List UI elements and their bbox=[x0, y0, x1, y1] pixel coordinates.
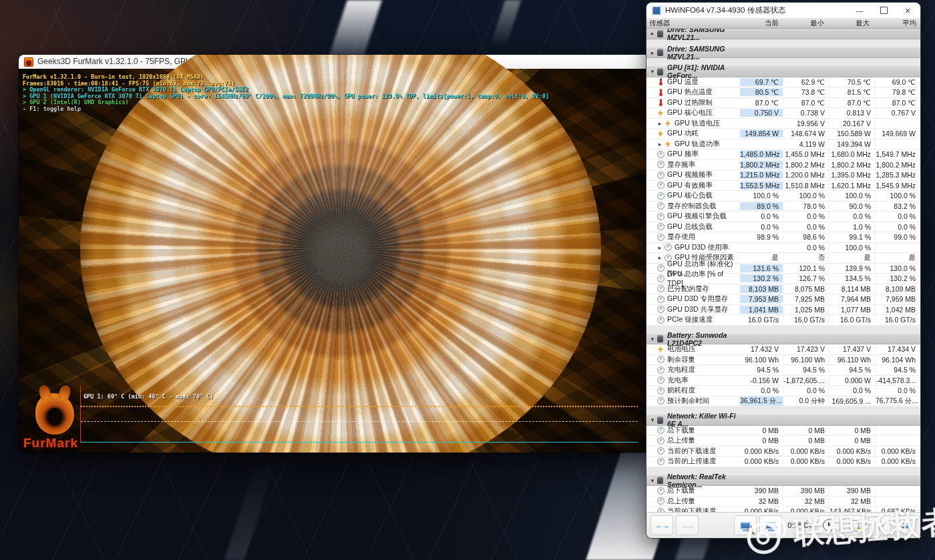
gauge-icon bbox=[657, 387, 665, 394]
value-cell: 0.813 V bbox=[829, 109, 876, 117]
value-cell: 99.0 % bbox=[876, 233, 920, 241]
sensor-row[interactable]: ▸GPU 轨道功率4.119 W149.394 W bbox=[646, 139, 920, 150]
column-current[interactable]: 当前 bbox=[740, 19, 783, 28]
sensor-row[interactable]: 已分配的显存8,103 MB8,075 MB8,114 MB8,109 MB bbox=[646, 284, 920, 295]
device-icon bbox=[657, 335, 665, 342]
expand-chevron-icon[interactable]: ▾ bbox=[648, 477, 657, 484]
sensor-row[interactable]: GPU 热点温度80.5 ℃73.8 ℃81.5 ℃79.8 ℃ bbox=[646, 87, 920, 98]
expand-columns-button[interactable]: ←→ bbox=[650, 515, 673, 535]
expand-chevron-icon[interactable]: ▸ bbox=[656, 244, 664, 251]
value-cell: 0.0 % bbox=[829, 386, 876, 394]
lightning-icon bbox=[664, 140, 672, 148]
sensor-label: 当前的上传速度 bbox=[667, 457, 717, 466]
value-cell: 89.0 % bbox=[740, 202, 783, 210]
sensor-row[interactable]: 总下载量0 MB0 MB0 MB bbox=[646, 426, 920, 437]
sensor-row[interactable]: GPU 过热限制87.0 ℃87.0 ℃87.0 ℃87.0 ℃ bbox=[646, 98, 920, 109]
furmark-window: Geeks3D FurMark v1.32.1.0 - 75FPS, GPU1 … bbox=[19, 55, 650, 453]
sensor-label: GPU 视频引擎负载 bbox=[667, 212, 727, 221]
sensor-row[interactable]: 当前的下载速度0.000 KB/s0.000 KB/s0.000 KB/s0.0… bbox=[646, 447, 920, 457]
sensor-row[interactable]: PCIe 链接速度16.0 GT/s16.0 GT/s16.0 GT/s16.0… bbox=[646, 315, 920, 326]
column-avg[interactable]: 平均 bbox=[874, 19, 920, 28]
value-cell: 1.0 % bbox=[829, 223, 876, 231]
sensor-row[interactable]: ▸GPU D3D 使用率0.0 %100.0 % bbox=[646, 243, 920, 254]
gauge-icon bbox=[657, 264, 665, 272]
sensor-group-row[interactable]: ▸Drive: SAMSUNG MZVL21... bbox=[646, 48, 920, 59]
sensor-row[interactable]: GPU 视频频率1,215.0 MHz1,200.0 MHz1,395.0 MH… bbox=[646, 170, 920, 181]
gauge-icon bbox=[657, 316, 665, 324]
sensor-row[interactable]: 总上传量0 MB0 MB0 MB bbox=[646, 436, 920, 447]
osd-line: > GPU 2 (Intel(R) UHD Graphics) bbox=[23, 99, 549, 106]
sensor-row[interactable]: GPU 有效频率1,553.5 MHz1,510.8 MHz1,620.1 MH… bbox=[646, 181, 920, 192]
value-cell: 120.1 % bbox=[783, 264, 829, 272]
value-cell: 76,775.6 分... bbox=[876, 396, 920, 406]
column-sensor[interactable]: 传感器 bbox=[646, 19, 740, 28]
expand-chevron-icon[interactable]: ▾ bbox=[648, 68, 657, 75]
value-cell: 0.0 % bbox=[783, 212, 829, 220]
value-cell: 79.8 ℃ bbox=[876, 88, 920, 96]
sensor-row[interactable]: GPU 核心负载100.0 %100.0 %100.0 %100.0 % bbox=[646, 191, 920, 202]
sensor-row[interactable]: GPU 总线负载0.0 %0.0 %1.0 %0.0 % bbox=[646, 222, 920, 233]
value-cell: 否 bbox=[783, 253, 829, 262]
expand-chevron-icon[interactable]: ▸ bbox=[648, 30, 657, 37]
sensor-group-row[interactable]: ▾Network: Killer Wi-Fi 6E A... bbox=[646, 415, 920, 426]
column-max[interactable]: 最大 bbox=[828, 19, 874, 28]
sensor-row[interactable]: GPU D3D 专用显存7,953 MB7,925 MB7,964 MB7,95… bbox=[646, 294, 920, 305]
value-cell: 148.674 W bbox=[783, 129, 829, 137]
sensor-row[interactable]: 显存使用98.9 %98.6 %99.1 %99.0 % bbox=[646, 232, 920, 243]
expand-chevron-icon[interactable]: ▸ bbox=[656, 141, 664, 148]
hwinfo-title: HWiNFO64 v7.34-4930 传感器状态 bbox=[665, 5, 846, 15]
sensor-row[interactable]: 充电率-0.156 W-1,872,605....0.000 W-414,578… bbox=[646, 376, 920, 386]
value-cell: 17.432 V bbox=[740, 345, 783, 353]
collapse-columns-button[interactable]: →← bbox=[676, 515, 699, 535]
sensor-group-row[interactable]: ▸Drive: SAMSUNG MZVL21... bbox=[646, 29, 920, 39]
sensor-row[interactable]: ▸GPU 轨道电压19.956 V20.167 V bbox=[646, 119, 920, 129]
expand-chevron-icon[interactable]: ▾ bbox=[648, 336, 657, 342]
expand-chevron-icon[interactable]: ▸ bbox=[648, 49, 657, 56]
hwinfo-titlebar[interactable]: HWiNFO64 v7.34-4930 传感器状态 — × bbox=[646, 3, 920, 18]
osd-line: - F1: toggle help bbox=[23, 106, 549, 113]
sensor-row[interactable]: GPU 温度69.7 ℃62.9 ℃70.5 ℃69.0 ℃ bbox=[646, 77, 920, 88]
sensor-row[interactable]: 充电程度94.5 %94.5 %94.5 %94.5 % bbox=[646, 365, 920, 376]
sensor-row[interactable]: GPU 总功率 [% of TDP]130.2 %126.7 %134.5 %1… bbox=[646, 274, 920, 284]
value-cell: 0 MB bbox=[783, 427, 829, 435]
value-cell: 0.000 KB/s bbox=[876, 457, 920, 465]
hwinfo-window: HWiNFO64 v7.34-4930 传感器状态 — × 传感器 当前 最小 … bbox=[646, 3, 920, 538]
sensor-label: 损耗程度 bbox=[667, 386, 695, 395]
sensor-row[interactable]: 电池电压17.432 V17.423 V17.437 V17.434 V bbox=[646, 344, 920, 355]
sensor-row[interactable]: 显存频率1,800.2 MHz1,800.2 MHz1,800.2 MHz1,8… bbox=[646, 160, 920, 171]
sensor-row[interactable]: 总下载量390 MB390 MB390 MB bbox=[646, 486, 920, 497]
sensor-row[interactable]: GPU 功耗149.854 W148.674 W150.589 W149.669… bbox=[646, 129, 920, 139]
gauge-icon bbox=[657, 458, 665, 465]
sensor-group-row[interactable]: ▾GPU [#1]: NVIDIA GeForc... bbox=[646, 67, 920, 77]
expand-chevron-icon[interactable]: ▸ bbox=[656, 120, 664, 127]
sensor-row[interactable]: 损耗程度0.0 %0.0 %0.0 %0.0 % bbox=[646, 386, 920, 396]
sensor-row[interactable]: GPU 频率1,485.0 MHz1,455.0 MHz1,680.0 MHz1… bbox=[646, 150, 920, 160]
column-min[interactable]: 最小 bbox=[783, 19, 828, 28]
sensor-row[interactable]: GPU 视频引擎负载0.0 %0.0 %0.0 %0.0 % bbox=[646, 212, 920, 222]
sensor-row[interactable]: 预计剩余时间36,961.5 分...0.0 分钟169,605.9 ...76… bbox=[646, 396, 920, 407]
sensor-row[interactable]: 总上传量32 MB32 MB32 MB bbox=[646, 497, 920, 507]
gauge-icon bbox=[657, 223, 665, 230]
sensor-group-row[interactable]: ▾Battery: Sunwoda L21D4PC2 bbox=[646, 334, 920, 345]
sensor-row[interactable]: 当前的上传速度0.000 KB/s0.000 KB/s0.000 KB/s0.0… bbox=[646, 457, 920, 467]
value-cell: 96.100 Wh bbox=[783, 356, 829, 364]
sensor-label: 显存使用 bbox=[667, 232, 695, 242]
value-cell: -414,578.3... bbox=[876, 376, 920, 384]
sensor-row[interactable]: 显存控制器负载89.0 %78.0 %90.0 %83.2 % bbox=[646, 202, 920, 212]
sensor-row[interactable]: GPU D3D 共享显存1,041 MB1,025 MB1,077 MB1,04… bbox=[646, 305, 920, 316]
value-cell: 62.9 ℃ bbox=[783, 78, 829, 86]
minimize-button[interactable]: — bbox=[850, 4, 870, 17]
value-cell: 149.394 W bbox=[829, 140, 876, 148]
value-cell: 0 MB bbox=[740, 437, 783, 445]
value-cell: 130.2 % bbox=[876, 274, 920, 282]
sensor-label: 总上传量 bbox=[667, 497, 695, 506]
sensor-group-row[interactable]: ▾Network: RealTek Semicon... bbox=[646, 476, 920, 487]
sensor-row[interactable]: GPU 核心电压0.750 V0.738 V0.813 V0.767 V bbox=[646, 108, 920, 119]
value-cell: 1,285.3 MHz bbox=[876, 171, 920, 179]
expand-chevron-icon[interactable]: ▾ bbox=[648, 416, 657, 423]
value-cell: 1,800.2 MHz bbox=[783, 161, 829, 169]
maximize-button[interactable] bbox=[874, 4, 894, 17]
value-cell: 100.0 % bbox=[876, 192, 920, 200]
sensor-row[interactable]: 剩余容量96.100 Wh96.100 Wh96.110 Wh96.104 Wh bbox=[646, 355, 920, 366]
close-button[interactable]: × bbox=[898, 4, 918, 17]
